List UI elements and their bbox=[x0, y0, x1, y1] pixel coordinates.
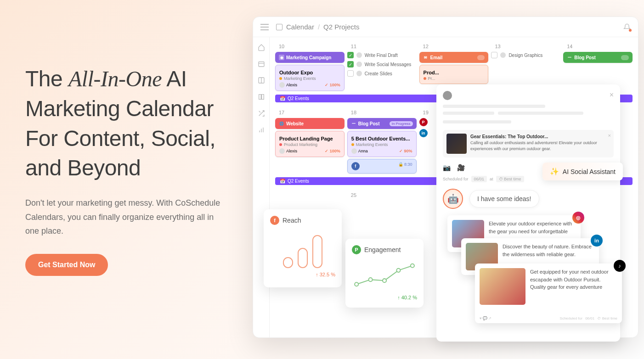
breadcrumb: Calendar / Q2 Projects bbox=[276, 23, 359, 31]
breadcrumb-sep: / bbox=[318, 23, 320, 31]
suggestion-card[interactable]: Get equipped for your next outdoor escap… bbox=[475, 264, 622, 323]
avatar bbox=[356, 52, 362, 58]
date-13: 13 bbox=[491, 41, 560, 52]
home-icon[interactable] bbox=[258, 44, 265, 51]
date-18: 18 bbox=[347, 107, 417, 118]
schedule-date[interactable]: 06/01 bbox=[471, 176, 487, 182]
website-card[interactable]: Product Landing Page Product Marketing A… bbox=[275, 131, 345, 157]
calendar-rail-icon[interactable] bbox=[258, 60, 265, 67]
hero-title-italic: All-In-One bbox=[68, 67, 162, 91]
task-row[interactable]: Design Graphics bbox=[491, 52, 560, 58]
avatar bbox=[279, 148, 285, 154]
gear-thumbnail bbox=[446, 134, 467, 154]
bell-icon[interactable] bbox=[623, 23, 631, 31]
ai-assistant-badge[interactable]: ✨ AI Social Assistant bbox=[542, 163, 623, 180]
hero-title: The All-In-One AI Marketing Calendar For… bbox=[25, 64, 227, 183]
app-header: Calendar / Q2 Projects bbox=[253, 17, 638, 37]
avatar bbox=[279, 82, 285, 88]
engagement-panel: PEngagement ↑ 40.2 % bbox=[345, 239, 424, 308]
date-17: 17 bbox=[275, 107, 345, 118]
gear-body: Calling all outdoor enthusiasts and adve… bbox=[470, 140, 610, 151]
suggestion-text: Get equipped for your next outdoor escap… bbox=[530, 268, 617, 319]
ai-avatar-dot bbox=[443, 91, 452, 100]
close-icon[interactable]: × bbox=[608, 133, 611, 138]
checkbox-done-icon[interactable]: ✓ bbox=[347, 61, 354, 67]
hamburger-icon[interactable] bbox=[260, 24, 269, 30]
email-card-header[interactable]: ✉Email bbox=[419, 52, 489, 63]
wand-icon: ✨ bbox=[550, 167, 559, 176]
reach-bars bbox=[270, 231, 335, 268]
close-icon[interactable]: × bbox=[610, 91, 614, 99]
tiktok-icon: ♪ bbox=[614, 260, 626, 272]
task-row[interactable]: Create Slides bbox=[347, 70, 417, 77]
calendar-event-icon: 📅 bbox=[280, 179, 285, 184]
svg-rect-0 bbox=[259, 62, 264, 67]
rss-icon: 𝍠 bbox=[351, 121, 356, 126]
side-rail bbox=[253, 37, 270, 337]
chart-icon[interactable] bbox=[258, 126, 265, 134]
status-pill: In Progress bbox=[390, 121, 413, 126]
avatar bbox=[500, 52, 506, 58]
task-row[interactable]: ✓Write Final Draft bbox=[347, 52, 417, 58]
campaign-icon: ◉ bbox=[279, 55, 284, 60]
engagement-label: Engagement bbox=[364, 246, 401, 253]
facebook-card[interactable]: f 🔒 8:30 bbox=[347, 159, 417, 174]
reach-panel: fReach ↑ 32.5 % bbox=[264, 209, 342, 287]
reach-label: Reach bbox=[282, 217, 301, 224]
svg-point-7 bbox=[355, 282, 358, 286]
reaction-icons[interactable]: ♥ 💬 ↗ bbox=[480, 316, 491, 320]
shuffle-icon[interactable] bbox=[258, 110, 265, 117]
video-icon[interactable]: 🎥 bbox=[457, 164, 465, 171]
avatar bbox=[351, 148, 357, 154]
linkedin-icon: in bbox=[591, 235, 603, 247]
breadcrumb-project[interactable]: Q2 Projects bbox=[323, 23, 359, 31]
date-12: 12 bbox=[419, 41, 489, 52]
email-card[interactable]: Prod... Pr... bbox=[419, 65, 489, 84]
breadcrumb-calendar[interactable]: Calendar bbox=[286, 23, 314, 31]
hero-title-pre: The bbox=[25, 67, 68, 91]
bot-avatar: 🤖 bbox=[443, 189, 463, 209]
engagement-chart bbox=[352, 259, 417, 291]
reach-pct: ↑ 32.5 % bbox=[270, 272, 335, 277]
bot-bubble: I have some ideas! bbox=[469, 190, 539, 208]
campaign-card-header[interactable]: ◉Marketing Campaign bbox=[275, 52, 345, 63]
blog2-card[interactable]: 5 Best Outdoor Events... Marketing Event… bbox=[347, 131, 417, 157]
svg-point-11 bbox=[411, 264, 414, 268]
svg-point-9 bbox=[383, 279, 386, 282]
engagement-icon: P bbox=[352, 245, 361, 254]
campaign-card[interactable]: Outdoor Expo Marketing Events Alexis✓ 10… bbox=[275, 65, 345, 91]
date-10: 10 bbox=[275, 41, 345, 52]
engagement-pct: ↑ 40.2 % bbox=[352, 295, 417, 300]
checkbox-done-icon[interactable]: ✓ bbox=[347, 52, 354, 58]
get-started-button[interactable]: Get Started Now bbox=[25, 254, 108, 276]
camera-icon[interactable]: 📷 bbox=[443, 164, 451, 171]
blog-card-header[interactable]: 𝍠Blog Post bbox=[563, 52, 633, 63]
svg-point-8 bbox=[369, 278, 373, 281]
gear-title: Gear Essentials: The Top Outdoor... bbox=[470, 134, 610, 140]
pinterest-icon[interactable]: P bbox=[419, 118, 428, 126]
checkbox-icon[interactable] bbox=[491, 52, 497, 58]
schedule-time[interactable]: ⏱ Best time bbox=[496, 176, 524, 182]
svg-point-10 bbox=[396, 269, 400, 272]
ai-assistant-panel: × Gear Essentials: The Top Outdoor... Ca… bbox=[436, 84, 620, 342]
gear-preview-card[interactable]: Gear Essentials: The Top Outdoor... Call… bbox=[443, 130, 614, 157]
date-25: 25 bbox=[347, 190, 417, 201]
blog2-card-header[interactable]: 𝍠Blog Post In Progress bbox=[347, 118, 417, 129]
checkbox-icon[interactable] bbox=[347, 70, 354, 77]
avatar bbox=[356, 62, 362, 67]
layout-icon[interactable] bbox=[258, 77, 265, 84]
reach-icon: f bbox=[270, 216, 279, 225]
date-11: 11 bbox=[347, 41, 417, 52]
website-card-header[interactable]: 🌐Website bbox=[275, 118, 345, 129]
facebook-icon: f bbox=[351, 162, 360, 170]
rss-icon: 𝍠 bbox=[567, 55, 572, 60]
email-icon: ✉ bbox=[423, 55, 429, 60]
linkedin-icon[interactable]: in bbox=[419, 129, 428, 137]
globe-icon: 🌐 bbox=[279, 121, 284, 126]
avatar bbox=[356, 71, 362, 76]
instagram-icon: ◎ bbox=[572, 212, 584, 224]
calendar-icon bbox=[276, 24, 282, 30]
book-icon[interactable] bbox=[258, 93, 265, 101]
task-row[interactable]: ✓Write Social Messages bbox=[347, 61, 417, 67]
date-14: 14 bbox=[563, 41, 633, 52]
